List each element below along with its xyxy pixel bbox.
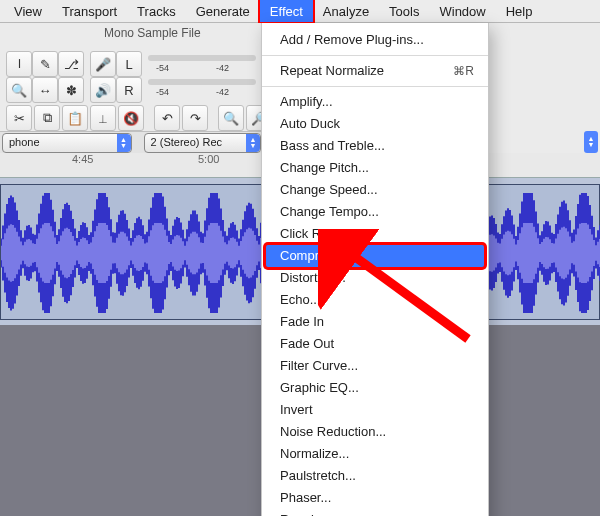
draw-tool[interactable]: ⎇ xyxy=(58,51,84,77)
tool-grid-io: 🎤 L 🔊 R xyxy=(90,51,140,101)
channels-value: 2 (Stereo) Rec xyxy=(151,136,223,148)
db-tick-4: -42 xyxy=(216,87,229,97)
menu-item-label: Click Removal... xyxy=(280,225,374,243)
menu-view[interactable]: View xyxy=(4,0,52,22)
menu-item-fade-out[interactable]: Fade Out xyxy=(262,333,488,355)
timeshift-tool[interactable]: ↔ xyxy=(32,77,58,103)
menu-generate[interactable]: Generate xyxy=(186,0,260,22)
undo-button[interactable]: ↶ xyxy=(154,105,180,131)
menu-item-label: Invert xyxy=(280,401,313,419)
menu-item-change-pitch[interactable]: Change Pitch... xyxy=(262,157,488,179)
dropdown-arrows-icon: ▲▼ xyxy=(584,131,598,153)
menu-tracks[interactable]: Tracks xyxy=(127,0,186,22)
menu-item-change-speed[interactable]: Change Speed... xyxy=(262,179,488,201)
input-device-value: phone xyxy=(9,136,40,148)
zoom-tool[interactable]: 🔍 xyxy=(6,77,32,103)
menu-item-label: Echo... xyxy=(280,291,320,309)
menubar: View Transport Tracks Generate Effect An… xyxy=(0,0,600,23)
menu-item-auto-duck[interactable]: Auto Duck xyxy=(262,113,488,135)
menu-item-label: Change Pitch... xyxy=(280,159,369,177)
project-title: Mono Sample File xyxy=(104,26,201,40)
menu-separator xyxy=(262,55,488,56)
db-tick-2: -42 xyxy=(216,63,229,73)
envelope-tool[interactable]: ✎ xyxy=(32,51,58,77)
toolbar-separator xyxy=(146,105,152,131)
menu-help[interactable]: Help xyxy=(496,0,543,22)
channels-select-right[interactable]: ▲▼ xyxy=(584,131,598,153)
app-body: Mono Sample File Ｉ ✎ ⎇ 🔍 ↔ ✽ 🎤 L 🔊 R -54… xyxy=(0,23,600,516)
device-bar: phone ▲▼ 2 (Stereo) Rec ▲▼ xyxy=(0,131,261,155)
tool-grid-main: Ｉ ✎ ⎇ 🔍 ↔ ✽ xyxy=(6,51,82,101)
timeline-ruler-right[interactable] xyxy=(487,153,600,178)
effect-list: Amplify...Auto DuckBass and Treble...Cha… xyxy=(262,91,488,516)
cut-button[interactable]: ✂ xyxy=(6,105,32,131)
dropdown-arrows-icon: ▲▼ xyxy=(246,134,260,152)
menu-analyze[interactable]: Analyze xyxy=(313,0,379,22)
menu-item-distortion[interactable]: Distortion... xyxy=(262,267,488,289)
multi-tool[interactable]: ✽ xyxy=(58,77,84,103)
menu-item-label: Filter Curve... xyxy=(280,357,358,375)
menu-item-label: Fade Out xyxy=(280,335,334,353)
toolbar-separator-2 xyxy=(210,105,216,131)
selection-tool[interactable]: Ｉ xyxy=(6,51,32,77)
menu-item-label: Normalize... xyxy=(280,445,349,463)
menu-item-label: Add / Remove Plug-ins... xyxy=(280,31,424,49)
timeline-ruler[interactable]: 4:45 5:00 xyxy=(0,153,261,178)
trim-button[interactable]: ⟂ xyxy=(90,105,116,131)
menu-item-bass-and-treble[interactable]: Bass and Treble... xyxy=(262,135,488,157)
menu-item-label: Distortion... xyxy=(280,269,346,287)
paste-button[interactable]: 📋 xyxy=(62,105,88,131)
redo-button[interactable]: ↷ xyxy=(182,105,208,131)
menu-item-label: Graphic EQ... xyxy=(280,379,359,397)
db-tick-1: -54 xyxy=(156,63,169,73)
menu-item-fade-in[interactable]: Fade In xyxy=(262,311,488,333)
menu-item-label: Amplify... xyxy=(280,93,333,111)
time-tick-2: 5:00 xyxy=(198,153,219,165)
menu-item-echo[interactable]: Echo... xyxy=(262,289,488,311)
menu-shortcut: ⌘R xyxy=(453,62,474,80)
record-meter[interactable] xyxy=(148,55,256,61)
db-tick-3: -54 xyxy=(156,87,169,97)
menu-window[interactable]: Window xyxy=(429,0,495,22)
menu-tools[interactable]: Tools xyxy=(379,0,429,22)
input-device-select[interactable]: phone ▲▼ xyxy=(2,133,132,153)
menu-item-label: Noise Reduction... xyxy=(280,423,386,441)
dropdown-arrows-icon: ▲▼ xyxy=(117,134,131,152)
zoom-in-button[interactable]: 🔍 xyxy=(218,105,244,131)
menu-item-phaser[interactable]: Phaser... xyxy=(262,487,488,509)
copy-button[interactable]: ⧉ xyxy=(34,105,60,131)
menu-item-normalize[interactable]: Normalize... xyxy=(262,443,488,465)
silence-button[interactable]: 🔇 xyxy=(118,105,144,131)
menu-effect[interactable]: Effect xyxy=(260,0,313,22)
menu-transport[interactable]: Transport xyxy=(52,0,127,22)
menu-item-label: Phaser... xyxy=(280,489,331,507)
time-tick-1: 4:45 xyxy=(72,153,93,165)
menu-item-add-remove-plugins[interactable]: Add / Remove Plug-ins... xyxy=(262,29,488,51)
l-label: L xyxy=(116,51,142,77)
channels-select[interactable]: 2 (Stereo) Rec ▲▼ xyxy=(144,133,261,153)
menu-item-noise-reduction[interactable]: Noise Reduction... xyxy=(262,421,488,443)
menu-item-label: Change Speed... xyxy=(280,181,378,199)
r-label: R xyxy=(116,77,142,103)
speaker-icon[interactable]: 🔊 xyxy=(90,77,116,103)
menu-item-compressor[interactable]: Compressor... xyxy=(266,245,484,267)
mic-icon[interactable]: 🎤 xyxy=(90,51,116,77)
menu-item-filter-curve[interactable]: Filter Curve... xyxy=(262,355,488,377)
menu-separator xyxy=(262,86,488,87)
menu-item-amplify[interactable]: Amplify... xyxy=(262,91,488,113)
menu-item-repair[interactable]: Repair xyxy=(262,509,488,516)
menu-item-label: Bass and Treble... xyxy=(280,137,385,155)
play-meter[interactable] xyxy=(148,79,256,85)
effect-menu-dropdown: Add / Remove Plug-ins... Repeat Normaliz… xyxy=(261,23,489,516)
menu-item-label: Repeat Normalize xyxy=(280,62,384,80)
menu-item-label: Repair xyxy=(280,511,318,516)
menu-item-click-removal[interactable]: Click Removal... xyxy=(262,223,488,245)
menu-item-label: Compressor... xyxy=(280,247,361,265)
menu-item-paulstretch[interactable]: Paulstretch... xyxy=(262,465,488,487)
menu-item-graphic-eq[interactable]: Graphic EQ... xyxy=(262,377,488,399)
menu-item-change-tempo[interactable]: Change Tempo... xyxy=(262,201,488,223)
menu-item-label: Change Tempo... xyxy=(280,203,379,221)
menu-item-repeat-last[interactable]: Repeat Normalize ⌘R xyxy=(262,60,488,82)
menu-item-label: Fade In xyxy=(280,313,324,331)
menu-item-invert[interactable]: Invert xyxy=(262,399,488,421)
